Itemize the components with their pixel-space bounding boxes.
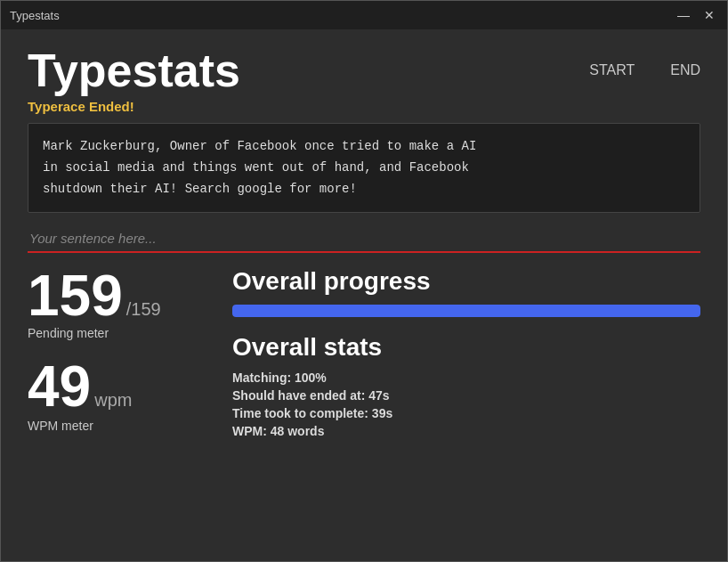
progress-bar-fill xyxy=(232,305,700,317)
stats-row: 159 /159 Pending meter 49 wpm WPM meter … xyxy=(28,267,700,543)
close-button[interactable]: ✕ xyxy=(700,9,718,21)
right-stats: Overall progress Overall stats Matching:… xyxy=(232,267,700,543)
header-nav: START END xyxy=(589,62,700,78)
start-nav[interactable]: START xyxy=(589,62,635,78)
chars-display: 159 /159 xyxy=(28,267,206,324)
wpm-count: 49 xyxy=(28,358,91,415)
title-bar: Typestats — ✕ xyxy=(1,1,727,29)
progress-title: Overall progress xyxy=(232,267,700,296)
race-status: Typerace Ended! xyxy=(28,99,700,114)
app-title: Typestats xyxy=(28,47,240,94)
minimize-button[interactable]: — xyxy=(674,9,693,21)
chars-total: /159 xyxy=(126,299,161,320)
left-stats: 159 /159 Pending meter 49 wpm WPM meter xyxy=(28,267,206,543)
overall-stats-title: Overall stats xyxy=(232,333,700,362)
race-text-display: Mark Zuckerburg, Owner of Facebook once … xyxy=(28,123,700,213)
header: Typestats START END xyxy=(28,47,700,94)
stat-should-have-ended: Should have ended at: 47s xyxy=(232,388,700,403)
wpm-display: 49 wpm xyxy=(28,358,206,415)
app-window: Typestats — ✕ Typestats START END Typera… xyxy=(0,0,728,562)
wpm-label: WPM meter xyxy=(28,419,206,433)
stat-matching: Matching: 100% xyxy=(232,371,700,385)
chars-count: 159 xyxy=(28,267,123,324)
main-content: Typestats START END Typerace Ended! Mark… xyxy=(1,29,727,561)
progress-bar-bg xyxy=(232,305,700,317)
race-text: Mark Zuckerburg, Owner of Facebook once … xyxy=(43,136,685,200)
stat-time-to-complete: Time took to complete: 39s xyxy=(232,406,700,420)
pending-label: Pending meter xyxy=(28,326,206,340)
window-title: Typestats xyxy=(10,9,60,22)
sentence-input[interactable] xyxy=(28,225,700,253)
end-nav[interactable]: END xyxy=(670,62,700,78)
stat-wpm-words: WPM: 48 words xyxy=(232,424,700,438)
window-controls: — ✕ xyxy=(674,9,718,21)
wpm-unit: wpm xyxy=(94,390,132,411)
